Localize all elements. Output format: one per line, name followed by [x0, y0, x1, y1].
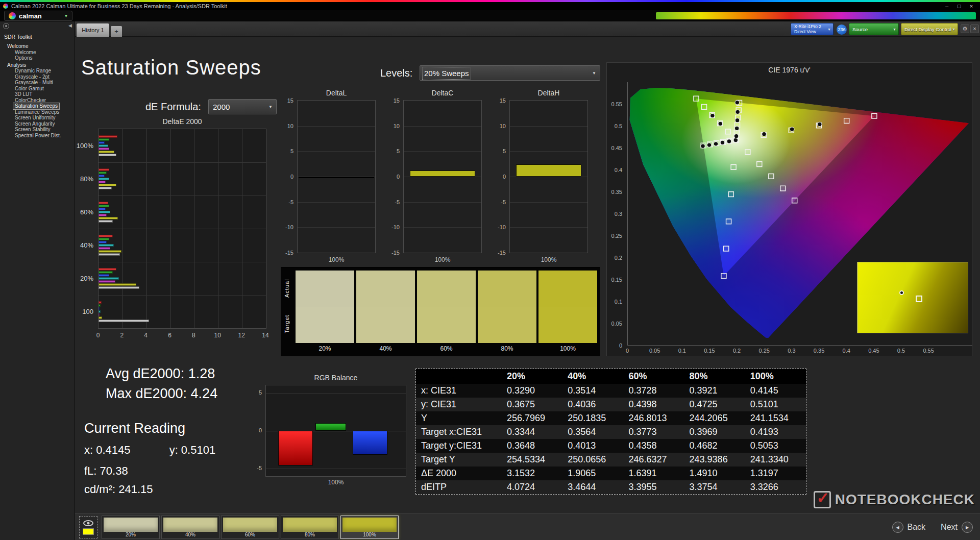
sidebar-group-welcome[interactable]: Welcome: [7, 43, 75, 50]
next-label: Next: [941, 523, 958, 532]
deltac-x-label: 100%: [403, 256, 482, 263]
cie-y-tick-label: 0.35: [611, 189, 622, 195]
swatch-label: 20%: [296, 345, 354, 352]
sidebar-item-luminance-sweeps[interactable]: Luminance Sweeps: [13, 109, 61, 115]
next-button[interactable]: Next ▶: [941, 522, 973, 533]
deltal-y-axis: 151050-5-10-15: [285, 100, 296, 253]
calman-menu-button[interactable]: calman ▼: [4, 11, 72, 21]
patch-thumb-20[interactable]: 20%: [102, 516, 160, 539]
de-x-tick-label: 0: [96, 332, 100, 339]
sidebar-item-grayscale-multi[interactable]: Grayscale - Multi: [13, 80, 55, 86]
patch-thumb-100[interactable]: 100%: [340, 516, 399, 539]
mini-gridline: [298, 126, 375, 127]
sidebar-item-screen-stability[interactable]: Screen Stability: [13, 127, 52, 133]
rgb-balance-title: RGB Balance: [265, 374, 406, 382]
cie-x-tick-label: 0.15: [704, 348, 715, 354]
row-label: Target y:CIE31: [416, 439, 502, 453]
display-control-button[interactable]: Direct Display Control ▼: [901, 23, 958, 35]
sidebar-item-options[interactable]: Options: [13, 55, 34, 61]
tab-history-1[interactable]: History 1: [77, 23, 109, 37]
patch-label: 80%: [281, 532, 338, 537]
meter-select-button[interactable]: X-Rite i1Pro 2 Direct View ▼: [791, 23, 834, 35]
sidebar-item-saturation-sweeps[interactable]: Saturation Sweeps: [13, 103, 59, 109]
mini-gridline: [510, 177, 587, 177]
cie-x-tick-label: 0.05: [649, 348, 660, 354]
de-bar-60-6: [99, 220, 113, 223]
patch-thumb-60[interactable]: 60%: [221, 516, 279, 539]
de-bar-100-6: [99, 320, 149, 322]
current-fl: fL: 70.38: [84, 464, 128, 478]
sidebar-item-screen-uniformity[interactable]: Screen Uniformity: [13, 115, 57, 121]
swatch-label: 80%: [478, 345, 536, 352]
source-select-button[interactable]: Source ▼: [849, 23, 899, 35]
minimize-button[interactable]: –: [941, 3, 952, 9]
cie-x-tick-label: 0.35: [814, 348, 824, 354]
sidebar-item-colorchecker[interactable]: ColorChecker: [13, 97, 47, 104]
mini-y-tick-label: 15: [287, 97, 293, 104]
swatch-actual: [417, 271, 476, 307]
target-icon[interactable]: [3, 23, 9, 29]
levels-dropdown[interactable]: 20% Sweeps ▼: [420, 65, 600, 81]
sidebar-item-grayscale-2pt[interactable]: Grayscale - 2pt: [13, 74, 51, 80]
table-cell: 244.2065: [684, 411, 745, 425]
de-formula-dropdown[interactable]: 2000 ▼: [208, 99, 277, 114]
workflow-gradient: [656, 12, 976, 19]
settings-gear-button[interactable]: ⚙: [961, 24, 969, 33]
current-reading-xy: x: 0.4145 y: 0.5101: [84, 444, 215, 457]
session-close-button[interactable]: ×: [970, 24, 979, 33]
de-x-tick-label: 6: [168, 332, 172, 339]
mini-gridline: [510, 151, 587, 152]
patch-preview-button[interactable]: [79, 516, 97, 538]
de-group-divider: [99, 295, 266, 296]
sidebar-item-spectral-power-dist[interactable]: Spectral Power Dist.: [13, 133, 63, 139]
swatch-20: 20%: [296, 271, 354, 357]
cie-measured-marker: [701, 144, 705, 148]
sidebar-item-welcome[interactable]: Welcome: [13, 50, 38, 56]
deltac-chart: DeltaC 151050-5-10-15 100%: [391, 88, 483, 266]
maximize-button[interactable]: □: [953, 3, 965, 9]
mini-y-tick-label: 10: [287, 123, 293, 129]
back-button[interactable]: ◀ Back: [892, 522, 926, 533]
table-cell: 0.5101: [745, 398, 806, 411]
sidebar-item-dynamic-range[interactable]: Dynamic Range: [13, 68, 53, 74]
sidebar-item-3d-lut[interactable]: 3D LUT: [13, 91, 34, 97]
cie-target-marker: [844, 118, 849, 124]
rgb-y-tick-label: 5: [259, 389, 262, 396]
mini-gridline: [404, 227, 481, 228]
cie-x-tick-label: 0.3: [788, 348, 795, 354]
de-bar-100-0: [99, 135, 117, 138]
row-label: Target Y: [416, 453, 502, 467]
de-group-label: 100: [82, 307, 93, 315]
table-cell: 254.5334: [502, 453, 562, 467]
rgb-x-label: 100%: [265, 479, 406, 486]
sidebar-item-color-gamut[interactable]: Color Gamut: [13, 86, 45, 92]
de-group-label: 40%: [80, 241, 93, 249]
sidebar-item-screen-angularity[interactable]: Screen Angularity: [13, 121, 56, 127]
mini-y-tick-label: 10: [394, 123, 400, 129]
patch-thumb-80[interactable]: 80%: [281, 516, 339, 539]
table-cell: 0.3921: [684, 384, 745, 398]
sidebar-group-analysis[interactable]: Analysis: [7, 62, 75, 68]
table-cell: 3.4644: [562, 480, 623, 494]
back-arrow-icon: ◀: [892, 522, 903, 533]
table-row-y-cie31: y: CIE310.36750.40360.43980.47250.5101: [416, 398, 806, 411]
de-bar-20-0: [99, 268, 116, 271]
rgb-y-tick-label: 0: [259, 427, 262, 433]
levels-label: Levels:: [380, 67, 412, 79]
add-tab-button[interactable]: +: [111, 26, 122, 37]
collapse-sidebar-button[interactable]: ◀: [68, 23, 72, 28]
de-bar-40-5: [99, 250, 121, 253]
de-bar-100-1: [99, 304, 101, 307]
table-cell: 0.3773: [623, 425, 684, 439]
mini-y-tick-label: -15: [498, 250, 506, 256]
table-cell: 243.9386: [684, 453, 745, 467]
current-y: y: 0.5101: [169, 444, 216, 456]
table-cell: 0.3564: [562, 425, 623, 439]
cie-y-tick-label: 0.15: [611, 277, 622, 283]
cie-measured-marker: [720, 140, 725, 144]
patch-thumb-40[interactable]: 40%: [161, 516, 219, 539]
close-button[interactable]: ×: [966, 3, 977, 9]
source-label: Source: [852, 27, 868, 32]
de-group-label: 80%: [80, 175, 93, 182]
cie-x-tick-label: 0.1: [678, 348, 686, 354]
